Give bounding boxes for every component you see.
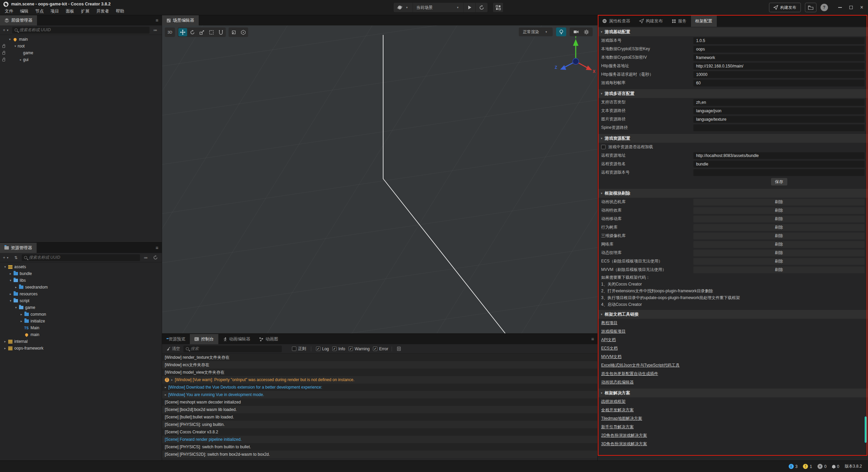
chevron-right-icon[interactable]: ▸: [19, 319, 24, 323]
pivot-position-button[interactable]: [229, 28, 238, 36]
refresh-assets-button[interactable]: [152, 254, 159, 261]
chevron-down-icon[interactable]: ▾: [3, 265, 7, 269]
chevron-right-icon[interactable]: ▸: [8, 292, 13, 296]
build-publish-button[interactable]: 构建发布: [769, 3, 801, 12]
log-row[interactable]: [Window] ecs文件夹存在: [162, 361, 597, 369]
doc-link[interactable]: 游戏模板项目: [601, 329, 626, 334]
field-input[interactable]: http://localhost:8083/assets/bundle: [693, 152, 865, 159]
filter-正则[interactable]: 正则: [292, 346, 306, 352]
field-input[interactable]: [693, 169, 865, 176]
status-info-count[interactable]: i 3: [789, 464, 798, 469]
doc-link[interactable]: 3D角色扮演游戏解决方案: [601, 441, 647, 447]
chevron-right-icon[interactable]: ▸: [18, 58, 23, 61]
menu-item-开发者[interactable]: 开发者: [93, 8, 113, 14]
doc-link[interactable]: MVVM文档: [601, 354, 622, 360]
tree-row[interactable]: ▾script: [0, 297, 162, 304]
minimize-icon[interactable]: [838, 7, 842, 8]
chevron-right-icon[interactable]: ▸: [3, 347, 7, 350]
tree-row[interactable]: ▾main: [0, 36, 162, 43]
log-row[interactable]: [Scene] [box2d]:box2d wasm lib loaded.: [162, 406, 597, 413]
status-warning-count[interactable]: ! 1: [803, 464, 812, 469]
doc-link[interactable]: 新手引导解决方案: [601, 424, 634, 430]
doc-link[interactable]: 动画状态机编辑器: [601, 379, 634, 385]
layout-button[interactable]: [493, 2, 504, 13]
doc-link[interactable]: ECS文档: [601, 346, 618, 351]
chevron-down-icon[interactable]: ▾: [7, 38, 12, 41]
field-input[interactable]: oops: [693, 46, 865, 53]
field-input[interactable]: framework: [693, 54, 865, 61]
coordinate-mode-button[interactable]: [239, 28, 248, 36]
tree-row[interactable]: ▾game: [0, 304, 162, 311]
remove-module-button[interactable]: 剔除: [693, 224, 865, 231]
tab-动画图[interactable]: 动画图: [255, 334, 283, 344]
assets-filter-button[interactable]: ≔: [142, 254, 150, 261]
menu-item-项目[interactable]: 项目: [47, 8, 62, 14]
chevron-right-icon[interactable]: ▸: [165, 391, 166, 398]
tree-row[interactable]: main: [0, 331, 162, 338]
log-row[interactable]: [Scene] meshopt wasm decoder initialized: [162, 398, 597, 406]
field-input[interactable]: bundle: [693, 161, 865, 168]
menu-item-面板[interactable]: 面板: [62, 8, 78, 14]
inspector-scrollbar-thumb[interactable]: [865, 416, 867, 443]
rect-tool-button[interactable]: [207, 28, 216, 36]
log-row[interactable]: [Window] render_texture文件夹存在: [162, 354, 597, 361]
section-header[interactable]: ▾游戏基础配置: [598, 27, 868, 36]
log-row[interactable]: ▸[Window] Download the Vue Devtools exte…: [162, 383, 597, 391]
status-notifications[interactable]: 0: [832, 464, 840, 469]
tree-row[interactable]: ▾root: [0, 43, 162, 50]
scene-select[interactable]: 当前场景 ▾: [413, 3, 464, 12]
checkbox-checked-icon[interactable]: ✓: [373, 347, 377, 351]
log-row[interactable]: !▸[Window] [Vue warn]: Property "onInput…: [162, 376, 597, 383]
hierarchy-search-input[interactable]: 搜索名称或 UUID: [12, 27, 150, 34]
add-asset-button[interactable]: +▾: [3, 254, 10, 261]
chevron-right-icon[interactable]: ▸: [165, 383, 166, 391]
filter-Log[interactable]: ✓Log: [316, 347, 329, 351]
tab-服务[interactable]: 服务: [667, 15, 691, 27]
panel-menu-icon[interactable]: ≡: [152, 245, 162, 251]
play-button[interactable]: [464, 3, 476, 12]
3d-mode-button[interactable]: 3D: [165, 27, 175, 37]
menu-item-扩展[interactable]: 扩展: [78, 8, 93, 14]
log-row[interactable]: [Scene] [PHYSICS2D]: switch from box2d-w…: [162, 451, 597, 458]
filter-Info[interactable]: ✓Info: [332, 347, 345, 351]
tab-hierarchy[interactable]: 层级管理器: [0, 15, 37, 25]
rotate-tool-button[interactable]: [188, 28, 197, 36]
tab-属性检查器[interactable]: 属性检查器: [598, 15, 635, 27]
clear-console-button[interactable]: 清空: [165, 346, 181, 352]
log-row[interactable]: [Scene] Forward render pipeline initiali…: [162, 436, 597, 443]
filter-Warning[interactable]: ✓Warning: [349, 347, 370, 351]
section-header[interactable]: ▾游戏资源配置: [598, 134, 868, 143]
tree-row[interactable]: ▸seedrandom: [0, 284, 162, 291]
chevron-right-icon[interactable]: ▸: [3, 340, 7, 343]
remove-module-button[interactable]: 剔除: [693, 258, 865, 265]
preview-target-dropdown[interactable]: ▾: [394, 3, 413, 12]
move-tool-button[interactable]: [178, 28, 187, 36]
tab-构建发布[interactable]: 构建发布: [635, 15, 667, 27]
chevron-right-icon[interactable]: ▸: [171, 376, 173, 383]
chevron-right-icon[interactable]: ▸: [14, 286, 18, 289]
doc-link[interactable]: 教程项目: [601, 320, 617, 326]
tree-row[interactable]: ▾assets: [0, 263, 162, 270]
chevron-down-icon[interactable]: ▾: [13, 44, 18, 48]
scale-tool-button[interactable]: [197, 28, 206, 36]
chevron-down-icon[interactable]: ▾: [8, 279, 13, 282]
field-input[interactable]: 10000: [693, 71, 865, 78]
remove-module-button[interactable]: 剔除: [693, 267, 865, 273]
scene-camera-button[interactable]: [572, 28, 580, 36]
assets-search-input[interactable]: 搜索名称或 UUID: [22, 254, 140, 261]
field-input[interactable]: 1.0.5: [693, 37, 865, 44]
tab-scene-editor[interactable]: 场景编辑器: [162, 15, 199, 25]
checkbox-checked-icon[interactable]: ✓: [332, 347, 337, 351]
field-input[interactable]: language/json: [693, 107, 865, 114]
tab-资源预览[interactable]: 资源预览: [162, 334, 190, 344]
remove-module-button[interactable]: 剔除: [693, 199, 865, 205]
checkbox-icon[interactable]: [292, 347, 296, 351]
section-header[interactable]: ▾框架模块剔除: [598, 189, 868, 198]
log-file-button[interactable]: [395, 346, 403, 352]
save-button[interactable]: 保存: [771, 178, 787, 185]
tree-row[interactable]: ▸internal: [0, 338, 162, 345]
section-header[interactable]: ▾框架解决方案: [598, 389, 868, 397]
tree-row[interactable]: ▸resources: [0, 291, 162, 297]
log-row[interactable]: [Scene] Cocos Creator v3.8.2: [162, 428, 597, 436]
checkbox-icon[interactable]: [601, 145, 606, 149]
